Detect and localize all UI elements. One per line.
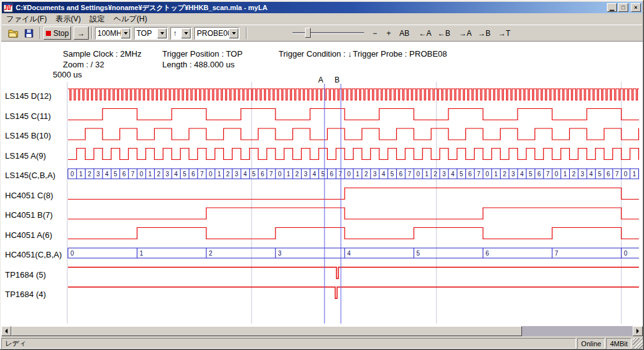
waveform-client-area <box>1 41 643 326</box>
goto-marker-b-left-button[interactable]: ←B <box>436 26 452 40</box>
trigger-position-info: Trigger Position : TOP <box>162 49 243 59</box>
scroll-left-button[interactable] <box>1 326 11 336</box>
status-online-badge: Online <box>577 338 605 349</box>
open-folder-icon <box>8 29 18 38</box>
title-bar: C:¥Documents and Settings¥noname¥デスクトップ¥… <box>2 2 642 13</box>
status-bar: レディ Online 4MBit <box>1 338 643 349</box>
trigger-condition-info: Trigger Condition : ↓ <box>279 49 352 59</box>
sample-clock-info: Sample Clock : 2MHz <box>63 49 142 59</box>
status-ready-text: レディ <box>1 338 576 349</box>
arrow-right-icon <box>636 329 639 334</box>
goto-marker-a-left-button[interactable]: ←A <box>417 26 433 40</box>
zoom-slider-thumb[interactable] <box>305 28 311 38</box>
zoom-slider[interactable] <box>292 26 364 40</box>
scrollbar-thumb[interactable] <box>11 326 522 336</box>
toolbar-separator <box>246 27 247 39</box>
resize-grip[interactable] <box>633 338 643 349</box>
chevron-down-icon <box>160 32 164 35</box>
time-scale-label: 5000 us <box>53 70 82 79</box>
run-button[interactable]: → <box>74 26 89 40</box>
horizontal-scrollbar[interactable] <box>1 326 643 336</box>
status-memory-badge: 4MBit <box>606 338 631 349</box>
sample-clock-combobox[interactable]: 100MHz <box>95 27 131 40</box>
menu-file[interactable]: ファイル(F) <box>2 13 51 25</box>
stop-icon <box>46 31 51 36</box>
toolbar: Stop → 100MHz TOP ↑ PROBE00 − + AB ←A ←B <box>2 25 642 41</box>
toolbar-separator <box>91 27 92 39</box>
combobox-dropdown-button[interactable] <box>121 28 130 38</box>
maximize-button[interactable]: □ <box>618 3 628 12</box>
chevron-down-icon <box>184 32 188 35</box>
goto-marker-b-right-button[interactable]: →B <box>476 26 492 40</box>
combobox-dropdown-button[interactable] <box>229 28 238 38</box>
menu-settings[interactable]: 設定 <box>85 13 109 25</box>
menu-help[interactable]: ヘルプ(H) <box>109 13 152 25</box>
ab-range-button[interactable]: AB <box>397 26 412 40</box>
scroll-right-button[interactable] <box>633 326 643 336</box>
combobox-dropdown-button[interactable] <box>157 28 167 38</box>
floppy-disk-icon <box>25 29 33 38</box>
mla-window: C:¥Documents and Settings¥noname¥デスクトップ¥… <box>0 0 644 350</box>
combobox-dropdown-button[interactable] <box>181 28 191 38</box>
zoom-info: Zoom : / 32 <box>63 60 104 69</box>
trigger-probe-combobox[interactable]: PROBE00 <box>194 27 240 40</box>
stop-label: Stop <box>53 29 69 38</box>
toolbar-separator <box>40 27 41 39</box>
trigger-position-value: TOP <box>135 29 157 38</box>
zoom-out-button[interactable]: − <box>369 26 380 40</box>
trigger-probe-info: Trigger Probe : PROBE08 <box>353 49 447 59</box>
chevron-down-icon <box>232 32 236 35</box>
zoom-slider-track <box>292 32 364 34</box>
trigger-edge-combobox[interactable]: ↑ <box>170 27 192 40</box>
menu-bar: ファイル(F) 表示(V) 設定 ヘルプ(H) <box>2 14 642 25</box>
arrow-left-icon <box>5 329 8 334</box>
chevron-down-icon <box>124 32 128 35</box>
goto-trigger-button[interactable]: →T <box>496 26 513 40</box>
zoom-in-button[interactable]: + <box>383 26 394 40</box>
trigger-edge-value: ↑ <box>171 29 181 38</box>
trigger-probe-value: PROBE00 <box>195 29 229 38</box>
open-file-button[interactable] <box>6 26 21 40</box>
trigger-position-combobox[interactable]: TOP <box>134 27 168 40</box>
minimize-button[interactable]: ▁ <box>607 3 617 12</box>
app-icon <box>3 3 13 13</box>
menu-view[interactable]: 表示(V) <box>51 13 85 25</box>
close-button[interactable]: × <box>631 3 641 12</box>
stop-button[interactable]: Stop <box>43 26 71 40</box>
length-info: Length : 488.000 us <box>162 60 235 69</box>
goto-marker-a-right-button[interactable]: →A <box>457 26 474 40</box>
save-file-button[interactable] <box>21 26 36 40</box>
window-title: C:¥Documents and Settings¥noname¥デスクトップ¥… <box>16 3 606 13</box>
sample-clock-value: 100MHz <box>96 29 121 38</box>
